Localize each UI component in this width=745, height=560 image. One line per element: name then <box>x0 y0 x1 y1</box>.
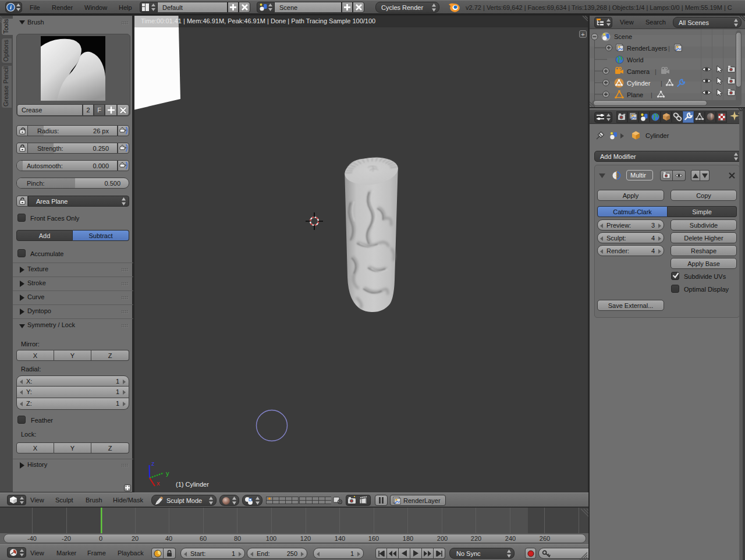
svg-text:40: 40 <box>165 535 172 542</box>
svg-text:100: 100 <box>266 535 276 542</box>
svg-text:120: 120 <box>300 535 311 542</box>
svg-text:i: i <box>10 4 12 10</box>
svg-text:160: 160 <box>368 535 379 542</box>
svg-text:x: x <box>157 480 160 487</box>
svg-text:180: 180 <box>403 535 413 542</box>
svg-text:60: 60 <box>200 535 207 542</box>
svg-text:-40: -40 <box>27 535 37 542</box>
svg-text:y: y <box>166 470 169 477</box>
svg-text:200: 200 <box>437 535 448 542</box>
svg-text:0: 0 <box>99 535 102 542</box>
svg-text:20: 20 <box>132 535 139 542</box>
svg-text:-20: -20 <box>62 535 71 542</box>
svg-text:240: 240 <box>505 535 516 542</box>
svg-text:80: 80 <box>234 535 241 542</box>
svg-text:260: 260 <box>540 535 550 542</box>
svg-text:220: 220 <box>471 535 481 542</box>
svg-text:z: z <box>151 460 155 467</box>
svg-text:140: 140 <box>335 535 345 542</box>
